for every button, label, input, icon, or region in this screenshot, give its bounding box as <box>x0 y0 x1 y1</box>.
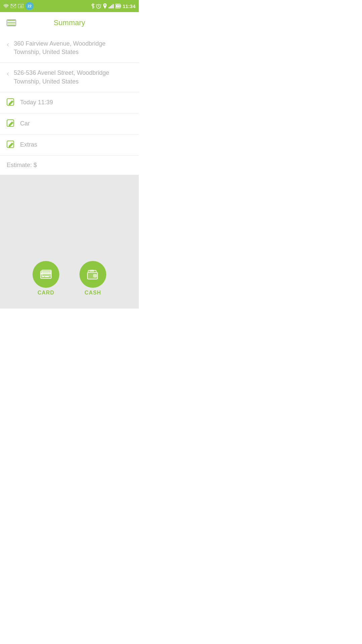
svg-rect-5 <box>110 6 111 8</box>
hamburger-line-3 <box>7 25 15 25</box>
cash-icon <box>85 267 100 282</box>
back-icon-pickup: ‹ <box>7 40 9 49</box>
vehicle-row[interactable]: Car <box>0 113 139 135</box>
card-icon <box>39 267 53 282</box>
bluetooth-icon <box>91 3 95 9</box>
cash-label: CASH <box>84 290 101 296</box>
card-payment-button[interactable]: CARD <box>33 261 59 296</box>
svg-rect-0 <box>11 4 16 8</box>
dropoff-address: 526-536 Avenel Street, Woodbridge Townsh… <box>14 69 132 86</box>
svg-rect-7 <box>113 4 114 8</box>
edit-icon-extras <box>7 141 15 149</box>
vehicle-value: Car <box>20 119 30 128</box>
email-at-icon: @ <box>18 4 23 8</box>
extras-value: Extras <box>20 141 37 149</box>
estimate-label: Estimate: $ <box>7 162 37 168</box>
cash-button-circle <box>79 261 106 288</box>
edit-icon-vehicle <box>7 119 15 128</box>
notification-badge: 22 <box>25 2 34 10</box>
alarm-icon <box>96 3 101 9</box>
location-icon <box>103 3 107 9</box>
estimate-row: Estimate: $ <box>0 156 139 175</box>
back-icon-dropoff: ‹ <box>7 69 9 78</box>
status-icons-left: @ 22 <box>3 2 34 10</box>
svg-point-21 <box>95 275 96 276</box>
header: Summary <box>0 12 139 34</box>
wifi-icon <box>3 4 9 8</box>
menu-button[interactable] <box>7 19 16 26</box>
svg-rect-6 <box>111 5 112 8</box>
status-time: 11:34 <box>123 3 135 9</box>
hamburger-line-1 <box>7 20 15 21</box>
page-title: Summary <box>54 18 85 27</box>
edit-icon-time <box>7 98 15 107</box>
svg-rect-17 <box>42 276 44 277</box>
email-icon <box>11 4 16 8</box>
signal-icon <box>109 4 114 8</box>
extras-row[interactable]: Extras <box>0 135 139 156</box>
payment-buttons-area: CARD CASH <box>0 255 139 309</box>
status-bar: @ 22 <box>0 0 139 12</box>
summary-list: ‹ 360 Fairview Avenue, Woodbridge Townsh… <box>0 34 139 175</box>
svg-text:@: @ <box>20 5 22 8</box>
cash-payment-button[interactable]: CASH <box>79 261 106 296</box>
time-row[interactable]: Today 11:39 <box>0 92 139 113</box>
time-value: Today 11:39 <box>20 98 53 107</box>
card-label: CARD <box>38 290 54 296</box>
svg-rect-23 <box>90 270 94 271</box>
hamburger-line-2 <box>7 22 15 23</box>
svg-rect-18 <box>45 276 49 277</box>
svg-rect-4 <box>109 7 110 8</box>
pickup-row[interactable]: ‹ 360 Fairview Avenue, Woodbridge Townsh… <box>0 34 139 63</box>
dropoff-row[interactable]: ‹ 526-536 Avenel Street, Woodbridge Town… <box>0 63 139 92</box>
svg-rect-16 <box>42 272 51 273</box>
battery-icon <box>115 4 121 8</box>
card-button-circle <box>33 261 59 288</box>
pickup-address: 360 Fairview Avenue, Woodbridge Township… <box>14 40 132 56</box>
status-icons-right: 11:34 <box>91 3 135 9</box>
